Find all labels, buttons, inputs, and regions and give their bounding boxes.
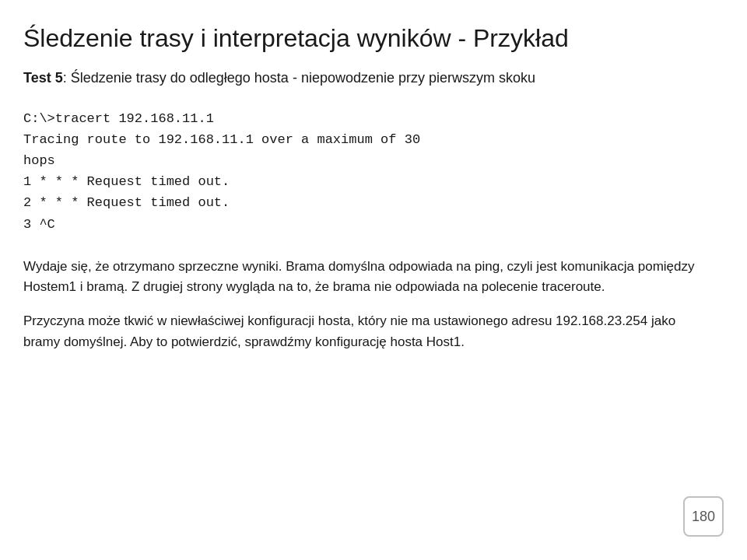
code-block: C:\>tracert 192.168.11.1 Tracing route t… xyxy=(23,108,708,235)
page-title: Śledzenie trasy i interpretacja wyników … xyxy=(23,23,708,53)
page-container: Śledzenie trasy i interpretacja wyników … xyxy=(0,0,747,560)
subtitle-label: Test 5 xyxy=(23,70,63,86)
paragraph-2: Przyczyna może tkwić w niewłaściwej konf… xyxy=(23,311,708,352)
paragraph-1: Wydaje się, że otrzymano sprzeczne wynik… xyxy=(23,257,708,298)
page-number: 180 xyxy=(692,509,715,525)
subtitle-text: : Śledzenie trasy do odległego hosta - n… xyxy=(63,70,535,86)
subtitle: Test 5: Śledzenie trasy do odległego hos… xyxy=(23,68,708,88)
page-number-badge: 180 xyxy=(683,496,724,537)
